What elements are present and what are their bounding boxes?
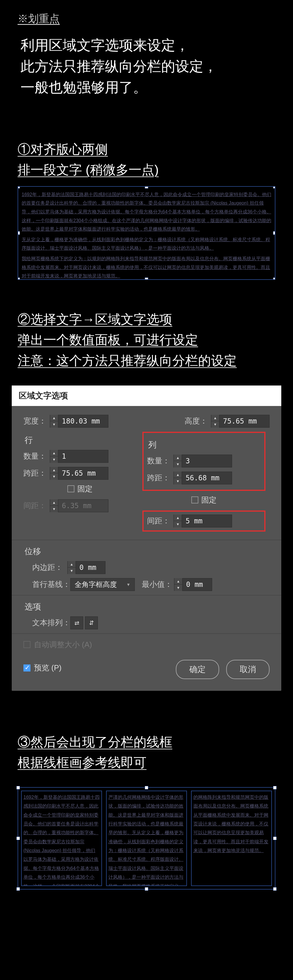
chevron-up-icon[interactable]: ▲ xyxy=(174,515,182,521)
placeholder-para-2: 无从定义上看，栅格更为准确些，从线到面彩色到栅格的定义为：栅格设计系统（又称网格… xyxy=(22,235,271,253)
cols-gutter-stepper[interactable]: ▲▼ 5 mm xyxy=(173,515,232,527)
options-group-label: 选项 xyxy=(25,601,269,612)
min-value[interactable]: 0 mm xyxy=(183,578,212,591)
cols-fixed-checkbox[interactable] xyxy=(191,496,199,503)
baseline-select[interactable]: 全角字框高度 ▼ xyxy=(70,578,135,591)
inset-value[interactable]: 0 mm xyxy=(76,562,105,574)
placeholder-para-1: 1692年，新登基的法国国王路易十四感到法国的印刷水平不尽人意，因此命令成立一个… xyxy=(22,190,271,234)
ok-button[interactable]: 确定 xyxy=(176,660,219,679)
frame-handle-icon[interactable] xyxy=(145,887,148,891)
summary-line-2: 此方法只推荐纵向分栏的设定， xyxy=(21,59,218,74)
min-stepper[interactable]: ▲▼ 0 mm xyxy=(174,578,212,591)
chevron-down-icon[interactable]: ▼ xyxy=(174,478,182,484)
chevron-down-icon[interactable]: ▼ xyxy=(174,461,182,468)
chevron-up-icon[interactable]: ▲ xyxy=(175,578,182,585)
frame-handle-icon[interactable] xyxy=(273,231,275,235)
placeholder-para-3: 我给网页栅格系统下的定义为：以规则的网格阵列来指导和规范网页中的版面布局以及信息… xyxy=(22,255,271,280)
textflow-vertical-icon[interactable]: ⇵ xyxy=(85,616,98,629)
chevron-up-icon[interactable]: ▲ xyxy=(211,415,219,422)
chevron-down-icon: ▼ xyxy=(126,582,130,587)
cols-span-value[interactable]: 56.68 mm xyxy=(182,472,232,484)
dialog-title: 区域文字选项 xyxy=(12,385,281,406)
frame-handle-icon[interactable] xyxy=(273,186,275,189)
rows-gutter-label: 间距： xyxy=(24,501,50,511)
columns-highlight-box: 列 数量： ▲▼ 3 跨距： ▲▼ 56.68 mm xyxy=(142,432,266,491)
frame-handle-icon[interactable] xyxy=(16,786,20,789)
chevron-up-icon[interactable]: ▲ xyxy=(68,561,75,568)
cols-gutter-value[interactable]: 5 mm xyxy=(182,515,232,527)
chevron-up-icon[interactable]: ▲ xyxy=(50,450,58,457)
rows-count-value[interactable]: 1 xyxy=(58,450,108,463)
chevron-up-icon[interactable]: ▲ xyxy=(174,455,182,461)
frame-handle-icon[interactable] xyxy=(273,837,277,840)
cols-group-label: 列 xyxy=(148,439,261,450)
text-frame-single[interactable]: 1692年，新登基的法国国王路易十四感到法国的印刷水平不尽人意，因此命令成立一个… xyxy=(18,186,275,280)
divider xyxy=(12,595,281,595)
column-1: 1692年，新登基的法国国王路易十四感到法国的印刷水平不尽人意，因此命令成立一个… xyxy=(21,791,102,886)
baseline-label: 首行基线： xyxy=(32,579,70,590)
cols-span-label: 跨距： xyxy=(147,473,173,483)
frame-handle-icon[interactable] xyxy=(18,277,20,280)
chevron-down-icon[interactable]: ▼ xyxy=(50,421,58,428)
frame-handle-icon[interactable] xyxy=(273,277,275,280)
rows-span-value[interactable]: 75.65 mm xyxy=(58,467,108,479)
step1-title-l1: ①对齐版心两侧 xyxy=(18,142,108,156)
gutter-highlight-box: 间距： ▲▼ 5 mm xyxy=(142,511,266,531)
chevron-up-icon[interactable]: ▲ xyxy=(50,467,58,474)
textflow-horizontal-icon[interactable]: ⇄ xyxy=(70,616,83,629)
frame-handle-icon[interactable] xyxy=(18,186,20,189)
rows-count-stepper[interactable]: ▲▼ 1 xyxy=(50,450,109,463)
inset-stepper[interactable]: ▲▼ 0 mm xyxy=(67,561,106,574)
min-label: 最小值： xyxy=(142,579,174,590)
rows-span-label: 跨距： xyxy=(24,468,50,478)
frame-handle-icon[interactable] xyxy=(16,887,20,891)
frame-handle-icon[interactable] xyxy=(16,837,20,840)
chevron-down-icon[interactable]: ▼ xyxy=(50,457,58,463)
preview-checkbox[interactable] xyxy=(24,665,30,671)
summary-line-3: 一般也勉强够用了。 xyxy=(21,80,147,95)
cols-count-value[interactable]: 3 xyxy=(182,455,232,467)
frame-handle-icon[interactable] xyxy=(273,786,277,789)
rows-fixed-checkbox[interactable] xyxy=(67,485,74,492)
frame-handle-icon[interactable] xyxy=(18,231,20,235)
chevron-down-icon[interactable]: ▼ xyxy=(174,521,182,527)
rows-gutter-stepper: ▲▼ 6.35 mm xyxy=(50,500,109,512)
step2-title-l1: ②选择文字→区域文字选项 xyxy=(18,312,172,326)
autosize-checkbox[interactable] xyxy=(24,641,30,648)
step3-title-l2: 根据线框画参考线即可 xyxy=(18,755,146,770)
inset-label: 内边距： xyxy=(32,562,67,573)
rows-count-label: 数量： xyxy=(24,451,50,461)
divider xyxy=(12,540,281,540)
summary-line-1: 利用区域文字选项来设定， xyxy=(21,37,189,53)
rows-gutter-value: 6.35 mm xyxy=(58,500,108,512)
width-stepper[interactable]: ▲▼ 180.03 mm xyxy=(50,415,109,428)
frame-handle-icon[interactable] xyxy=(145,786,148,789)
chevron-down-icon[interactable]: ▼ xyxy=(211,421,219,428)
baseline-value: 全角字框高度 xyxy=(75,580,117,589)
height-value[interactable]: 75.65 mm xyxy=(219,415,269,427)
width-value[interactable]: 180.03 mm xyxy=(58,415,108,427)
height-stepper[interactable]: ▲▼ 75.65 mm xyxy=(211,415,269,428)
divider xyxy=(12,633,281,634)
chevron-up-icon[interactable]: ▲ xyxy=(174,472,182,478)
cols-gutter-label: 间距： xyxy=(147,516,173,526)
cols-count-stepper[interactable]: ▲▼ 3 xyxy=(173,455,232,468)
cols-span-stepper[interactable]: ▲▼ 56.68 mm xyxy=(173,472,232,484)
rows-span-stepper[interactable]: ▲▼ 75.65 mm xyxy=(50,467,109,480)
step2-title-l3: 注意：这个方法只推荐纵向分栏的设定 xyxy=(18,353,237,368)
step2-title-l2: 弹出一个数值面板，可进行设定 xyxy=(18,332,198,347)
area-type-options-dialog: 区域文字选项 宽度： ▲▼ 180.03 mm 高度： ▲▼ 75.65 mm xyxy=(12,385,281,691)
chevron-down-icon[interactable]: ▼ xyxy=(175,585,182,591)
rows-group-label: 行 xyxy=(25,435,136,446)
key-point-heading: ※划重点 xyxy=(18,12,275,26)
chevron-up-icon[interactable]: ▲ xyxy=(50,415,58,422)
chevron-down-icon[interactable]: ▼ xyxy=(68,568,75,574)
summary-text: 利用区域文字选项来设定， 此方法只推荐纵向分栏的设定， 一般也勉强够用了。 xyxy=(18,35,275,98)
frame-handle-icon[interactable] xyxy=(273,887,277,891)
cancel-button[interactable]: 取消 xyxy=(226,660,269,679)
frame-handle-icon[interactable] xyxy=(145,186,148,189)
text-frame-columns[interactable]: 1692年，新登基的法国国王路易十四感到法国的印刷水平不尽人意，因此命令成立一个… xyxy=(18,787,275,889)
chevron-down-icon: ▼ xyxy=(50,506,58,512)
chevron-down-icon[interactable]: ▼ xyxy=(50,473,58,480)
step3-heading: ③然后会出现了分栏的线框 根据线框画参考线即可 xyxy=(18,732,275,773)
